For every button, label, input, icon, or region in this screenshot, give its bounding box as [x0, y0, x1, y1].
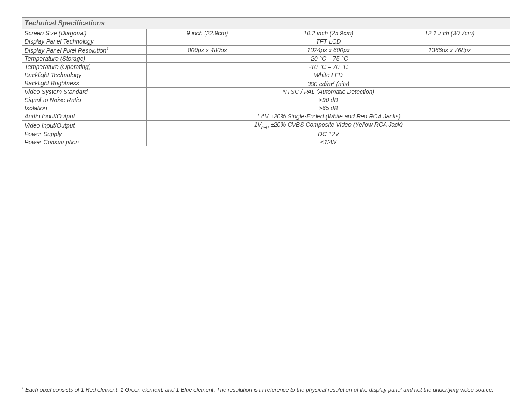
table-row: Video System Standard NTSC / PAL (Automa…	[22, 88, 510, 96]
spec-label: Video Input/Output	[22, 121, 147, 130]
table-row: Display Panel Pixel Resolution1 800px x …	[22, 46, 510, 55]
spec-value: ≥90 dB	[147, 96, 510, 104]
table-row: Power Supply DC 12V	[22, 130, 510, 138]
spec-value: 9 inch (22.9cm)	[147, 29, 268, 37]
spec-value: ≤12W	[147, 138, 510, 146]
spec-value: White LED	[147, 71, 510, 79]
table-row: Backlight Brightness 300 cd/m2 (nits)	[22, 79, 510, 88]
table-row: Display Panel Technology TFT LCD	[22, 37, 510, 46]
spec-label: Backlight Brightness	[22, 79, 147, 88]
spec-value: 800px x 480px	[147, 46, 268, 55]
spec-value: 1.6V ±20% Single-Ended (White and Red RC…	[147, 112, 510, 121]
footnote-ref: 1	[106, 46, 109, 51]
specifications-table: Technical Specifications Screen Size (Di…	[22, 17, 510, 146]
table-row: Audio Input/Output 1.6V ±20% Single-Ende…	[22, 112, 510, 121]
spec-value: 300 cd/m2 (nits)	[147, 79, 510, 88]
spec-value: -10 °C – 70 °C	[147, 62, 510, 71]
spec-label: Screen Size (Diagonal)	[22, 29, 147, 37]
footnote-body: Each pixel consists of 1 Red element, 1 …	[24, 386, 493, 393]
spec-label: Signal to Noise Ratio	[22, 96, 147, 104]
spec-value: -20 °C – 75 °C	[147, 54, 510, 62]
table-row: Backlight Technology White LED	[22, 71, 510, 79]
spec-value: 1Vp-p ±20% CVBS Composite Video (Yellow …	[147, 121, 510, 130]
spec-value: 1024px x 600px	[268, 46, 389, 55]
spec-value: TFT LCD	[147, 37, 510, 46]
value-text: 300 cd/m	[307, 80, 332, 87]
spec-value: 1366px x 768px	[389, 46, 510, 55]
table-row: Temperature (Operating) -10 °C – 70 °C	[22, 62, 510, 71]
spec-label: Display Panel Pixel Resolution1	[22, 46, 147, 55]
value-text: 1V	[254, 121, 261, 128]
spec-value: 10.2 inch (25.9cm)	[268, 29, 389, 37]
value-suffix: (nits)	[335, 80, 350, 87]
spec-value: 12.1 inch (30.7cm)	[389, 29, 510, 37]
table-row: Isolation ≥65 dB	[22, 104, 510, 112]
spec-label: Power Consumption	[22, 138, 147, 146]
table-row: Temperature (Storage) -20 °C – 75 °C	[22, 54, 510, 62]
label-text: Display Panel Pixel Resolution	[25, 47, 106, 54]
spec-label: Temperature (Storage)	[22, 54, 147, 62]
spec-label: Display Panel Technology	[22, 37, 147, 46]
spec-label: Audio Input/Output	[22, 112, 147, 121]
table-row: Video Input/Output 1Vp-p ±20% CVBS Compo…	[22, 121, 510, 130]
footnote-area: 1 Each pixel consists of 1 Red element, …	[22, 384, 510, 394]
table-row: Power Consumption ≤12W	[22, 138, 510, 146]
value-suffix: ±20% CVBS Composite Video (Yellow RCA Ja…	[269, 121, 403, 128]
spec-value: ≥65 dB	[147, 104, 510, 112]
table-header: Technical Specifications	[22, 18, 510, 29]
spec-label: Power Supply	[22, 130, 147, 138]
table-row: Screen Size (Diagonal) 9 inch (22.9cm) 1…	[22, 29, 510, 37]
spec-label: Video System Standard	[22, 88, 147, 96]
spec-value: NTSC / PAL (Automatic Detection)	[147, 88, 510, 96]
spec-label: Temperature (Operating)	[22, 62, 147, 71]
spec-value: DC 12V	[147, 130, 510, 138]
spec-label: Isolation	[22, 104, 147, 112]
table-row: Signal to Noise Ratio ≥90 dB	[22, 96, 510, 104]
unit-sub: p-p	[261, 124, 269, 129]
spec-label: Backlight Technology	[22, 71, 147, 79]
footnote-separator	[22, 384, 112, 384]
footnote-text: 1 Each pixel consists of 1 Red element, …	[22, 385, 510, 394]
